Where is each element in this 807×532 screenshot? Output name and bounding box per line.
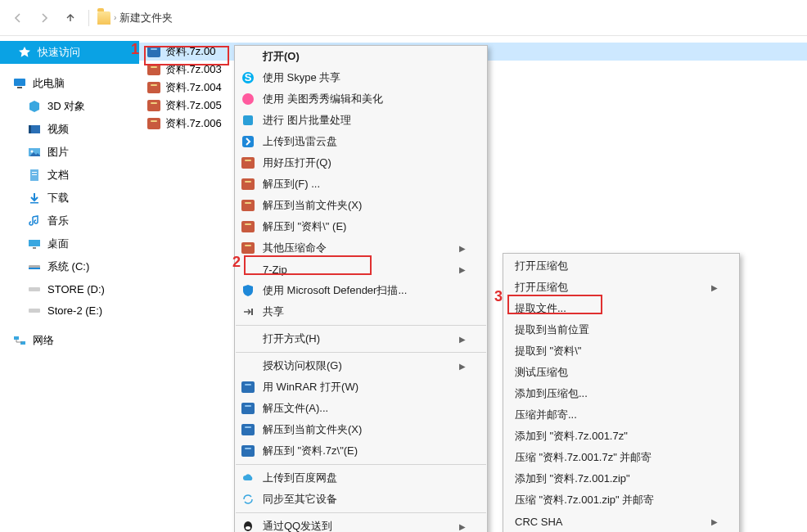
xunlei-icon <box>240 133 256 150</box>
submenu-label: 提取到当前位置 <box>515 322 589 337</box>
shield-icon <box>240 282 256 299</box>
svg-rect-1 <box>17 87 22 88</box>
separator <box>88 10 89 26</box>
sidebar-network[interactable]: 网络 <box>0 329 139 352</box>
back-button[interactable] <box>8 8 28 28</box>
breadcrumb[interactable]: › 新建文件夹 <box>97 11 173 25</box>
menu-sync[interactable]: 同步至其它设备 <box>235 489 487 510</box>
svg-rect-8 <box>32 174 37 175</box>
archive-icon <box>147 64 160 75</box>
sidebar-item-documents[interactable]: 文档 <box>0 164 139 187</box>
sub-7z-mail[interactable]: 压缩 "资料.7z.001.7z" 并邮寄 <box>503 447 739 468</box>
sidebar-item-downloads[interactable]: 下载 <box>0 187 139 210</box>
drive-icon <box>28 304 41 317</box>
skype-icon: S <box>240 70 256 86</box>
share-icon <box>240 304 256 320</box>
menu-separator <box>236 325 486 326</box>
sub-zip-mail[interactable]: 压缩 "资料.7z.001.zip" 并邮寄 <box>503 489 739 511</box>
sidebar-label: 文档 <box>47 168 69 183</box>
menu-skype[interactable]: S使用 Skype 共享 <box>235 67 487 88</box>
sub-extract-files[interactable]: 提取文件... <box>503 298 739 319</box>
archive-icon <box>240 219 256 235</box>
svg-rect-9 <box>30 202 38 204</box>
menu-rar-extract[interactable]: 解压文件(A)... <box>235 398 487 419</box>
archive-icon <box>240 197 256 214</box>
sidebar-label: 图片 <box>47 145 69 160</box>
archive-icon <box>240 240 256 256</box>
sidebar-item-drive-d[interactable]: STORE (D:) <box>0 278 139 300</box>
address-bar: › 新建文件夹 <box>0 0 807 36</box>
sidebar-item-pictures[interactable]: 图片 <box>0 141 139 164</box>
chevron-right-icon: ▶ <box>700 517 718 526</box>
sidebar-label: STORE (D:) <box>47 283 105 295</box>
menu-extract-to-folder[interactable]: 解压到 "资料\" (E) <box>235 216 487 237</box>
sidebar-item-desktop[interactable]: 桌面 <box>0 232 139 255</box>
submenu-label: 提取到 "资料\" <box>515 344 581 358</box>
sync-icon <box>240 491 256 507</box>
menu-meitu[interactable]: 使用 美图秀秀编辑和美化 <box>235 88 487 110</box>
sidebar-label: Store-2 (E:) <box>47 304 102 317</box>
menu-label: 同步至其它设备 <box>263 492 337 507</box>
drive-icon <box>28 282 41 295</box>
menu-label: 解压到 "资料\" (E) <box>263 219 346 234</box>
sub-add-archive[interactable]: 添加到压缩包... <box>503 383 739 404</box>
sidebar-quick-access[interactable]: 快速访问 <box>0 41 139 64</box>
svg-rect-16 <box>14 336 19 340</box>
archive-icon <box>240 379 256 395</box>
sub-test-archive[interactable]: 测试压缩包 <box>503 362 739 383</box>
forward-button[interactable] <box>34 8 54 28</box>
menu-grant-access[interactable]: 授权访问权限(G)▶ <box>235 355 487 376</box>
sub-open-archive[interactable]: 打开压缩包 <box>503 255 739 277</box>
chevron-right-icon: ▶ <box>459 522 466 531</box>
menu-qq[interactable]: 通过QQ发送到▶ <box>235 516 487 532</box>
menu-7zip[interactable]: 7-Zip▶ <box>235 259 487 280</box>
menu-extract-to[interactable]: 解压到(F) ... <box>235 174 487 195</box>
video-icon <box>28 123 41 136</box>
submenu-label: CRC SHA <box>515 516 563 528</box>
menu-baidu[interactable]: 上传到百度网盘 <box>235 467 487 489</box>
sub-open-archive-more[interactable]: 打开压缩包▶ <box>503 277 739 298</box>
menu-label: 上传到百度网盘 <box>263 471 337 485</box>
folder-icon <box>97 11 110 25</box>
menu-batch[interactable]: 进行 图片批量处理 <box>235 110 487 131</box>
menu-rar-extract-to[interactable]: 解压到 "资料.7z\"(E) <box>235 440 487 462</box>
sidebar-item-drive-c[interactable]: 系统 (C:) <box>0 255 139 278</box>
up-button[interactable] <box>61 8 80 28</box>
chevron-right-icon: ▶ <box>459 362 466 371</box>
menu-open[interactable]: 打开(O) <box>235 46 487 67</box>
menu-haozip-open[interactable]: 用好压打开(Q) <box>235 152 487 174</box>
svg-rect-23 <box>251 309 253 315</box>
sub-crc-sha[interactable]: CRC SHA▶ <box>503 511 739 532</box>
sidebar-item-videos[interactable]: 视频 <box>0 118 139 141</box>
menu-xunlei[interactable]: 上传到迅雷云盘 <box>235 131 487 152</box>
svg-rect-15 <box>29 309 40 313</box>
menu-label: 打开(O) <box>263 49 300 64</box>
menu-label: 上传到迅雷云盘 <box>263 134 337 149</box>
menu-extract-here[interactable]: 解压到当前文件夹(X) <box>235 195 487 216</box>
sidebar-this-pc[interactable]: 此电脑 <box>0 72 139 95</box>
menu-other-compress[interactable]: 其他压缩命令▶ <box>235 237 487 259</box>
menu-defender[interactable]: 使用 Microsoft Defender扫描... <box>235 280 487 301</box>
sidebar-item-drive-e[interactable]: Store-2 (E:) <box>0 300 139 321</box>
file-name: 资料.7z.005 <box>165 98 222 113</box>
breadcrumb-folder[interactable]: 新建文件夹 <box>119 11 173 25</box>
svg-rect-22 <box>242 136 254 147</box>
sub-add-zip[interactable]: 添加到 "资料.7z.001.zip" <box>503 468 739 489</box>
menu-share[interactable]: 共享 <box>235 301 487 322</box>
sub-extract-to-folder[interactable]: 提取到 "资料\" <box>503 340 739 362</box>
chevron-right-icon: ▶ <box>459 265 466 274</box>
submenu-label: 打开压缩包 <box>515 280 568 295</box>
sidebar-label: 3D 对象 <box>47 99 85 114</box>
sidebar-label: 音乐 <box>47 214 69 228</box>
menu-winrar-open[interactable]: 用 WinRAR 打开(W) <box>235 376 487 398</box>
submenu-label: 测试压缩包 <box>515 365 568 380</box>
menu-open-with[interactable]: 打开方式(H)▶ <box>235 328 487 349</box>
sub-add-7z[interactable]: 添加到 "资料.7z.001.7z" <box>503 426 739 447</box>
file-name: 资料.7z.00 <box>165 44 215 59</box>
sub-extract-here[interactable]: 提取到当前位置 <box>503 319 739 340</box>
sub-compress-mail[interactable]: 压缩并邮寄... <box>503 404 739 426</box>
menu-rar-extract-here[interactable]: 解压到当前文件夹(X) <box>235 419 487 440</box>
sidebar-item-3d[interactable]: 3D 对象 <box>0 95 139 118</box>
archive-icon <box>147 118 160 129</box>
sidebar-item-music[interactable]: 音乐 <box>0 210 139 232</box>
